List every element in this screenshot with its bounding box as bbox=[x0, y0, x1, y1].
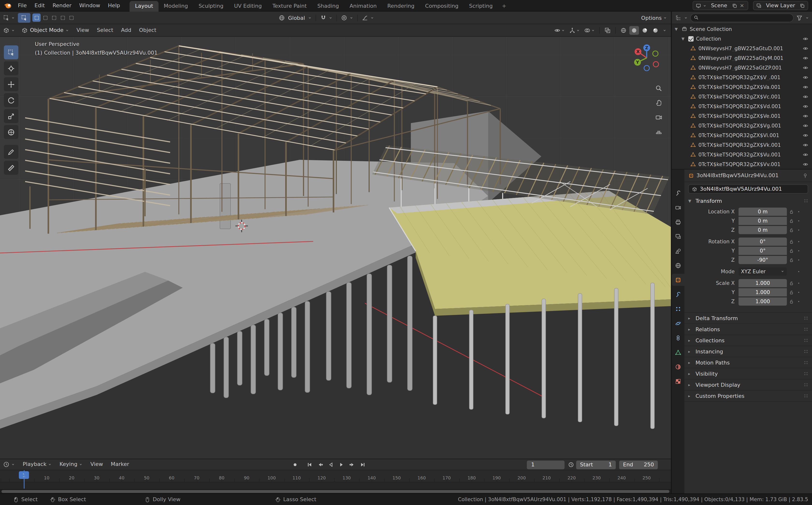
breadcrumb-object-name[interactable]: 3oN4l8xtfBqwV5AUrz94Vu.001 bbox=[696, 172, 779, 179]
falloff-curve-icon[interactable] bbox=[361, 14, 368, 21]
menu-window[interactable]: Window bbox=[76, 0, 104, 11]
properties-tab-object-data[interactable] bbox=[672, 346, 684, 358]
next-keyframe-button[interactable] bbox=[347, 460, 357, 469]
outliner-item[interactable]: 0NWseyvsH7_gBW225aGtuD.001 bbox=[672, 43, 812, 53]
workspace-tab-scripting[interactable]: Scripting bbox=[464, 1, 498, 11]
hide-eye-icon[interactable] bbox=[802, 113, 809, 119]
lock-icon[interactable] bbox=[787, 280, 796, 286]
hide-eye-icon[interactable] bbox=[802, 45, 809, 51]
workspace-tab-shading[interactable]: Shading bbox=[312, 1, 344, 11]
value-field[interactable]: 0° bbox=[738, 237, 787, 245]
hand-icon[interactable] bbox=[654, 98, 664, 108]
properties-tab-render[interactable] bbox=[672, 201, 684, 213]
value-field[interactable]: 1.000 bbox=[738, 279, 787, 287]
3d-scene-canvas[interactable] bbox=[0, 37, 671, 459]
value-field[interactable]: 0 m bbox=[738, 226, 787, 234]
play-reverse-button[interactable] bbox=[326, 460, 335, 469]
new-view-layer-icon[interactable] bbox=[799, 3, 805, 8]
properties-tab-physics[interactable] bbox=[672, 317, 684, 329]
current-frame-field[interactable]: 1 bbox=[527, 460, 565, 469]
transform-orientation[interactable]: Global bbox=[287, 15, 306, 21]
value-field[interactable]: 1.000 bbox=[738, 288, 787, 296]
outliner-editor-icon[interactable] bbox=[675, 14, 682, 21]
outliner-item[interactable]: 0TcTX$keT5QPQR32gZX$Vc.001 bbox=[672, 92, 812, 102]
tool-scale-button[interactable] bbox=[4, 109, 18, 123]
properties-tab-output[interactable] bbox=[672, 216, 684, 228]
hide-eye-icon[interactable] bbox=[802, 74, 809, 80]
select-mode-set-button[interactable] bbox=[32, 13, 40, 22]
workspace-tab-compositing[interactable]: Compositing bbox=[420, 1, 464, 11]
animate-dot[interactable] bbox=[796, 270, 801, 273]
value-field[interactable]: -90° bbox=[738, 256, 787, 264]
section-viewport-display[interactable]: ▸Viewport Display bbox=[684, 379, 812, 390]
lock-icon[interactable] bbox=[787, 257, 796, 263]
select-mode-extend-button[interactable] bbox=[41, 13, 49, 22]
select-mode-subtract-button[interactable] bbox=[50, 13, 58, 22]
shading-material-button[interactable] bbox=[640, 26, 650, 34]
workspace-tab-rendering[interactable]: Rendering bbox=[382, 1, 420, 11]
outliner-item[interactable]: 0TcTX$keT5QPQR32gZX$Va.001 bbox=[672, 82, 812, 92]
section-instancing[interactable]: ▸Instancing bbox=[684, 346, 812, 357]
menu-help[interactable]: Help bbox=[104, 0, 124, 11]
mode-select[interactable]: XYZ Euler bbox=[738, 267, 787, 276]
frame-start-field[interactable]: Start 1 bbox=[576, 460, 616, 469]
tool-transform-button[interactable] bbox=[4, 125, 18, 139]
camera-icon[interactable] bbox=[654, 112, 664, 122]
properties-tab-tool[interactable] bbox=[672, 187, 684, 199]
section-collections[interactable]: ▸Collections bbox=[684, 335, 812, 346]
properties-tab-texture[interactable] bbox=[672, 375, 684, 387]
section-motion-paths[interactable]: ▸Motion Paths bbox=[684, 357, 812, 368]
snap-magnet-icon[interactable] bbox=[320, 14, 327, 21]
lock-icon[interactable] bbox=[787, 227, 796, 232]
scrollbar-thumb[interactable] bbox=[1, 490, 669, 493]
select-mode-intersect-button[interactable] bbox=[67, 13, 76, 22]
pin-icon[interactable] bbox=[802, 173, 808, 178]
value-field[interactable]: 1.000 bbox=[738, 297, 787, 305]
select-mode-invert-button[interactable] bbox=[59, 13, 67, 22]
timeline-menu-keying[interactable]: Keying bbox=[55, 459, 87, 470]
tool-rotate-button[interactable] bbox=[4, 93, 18, 107]
properties-tab-view-layer[interactable] bbox=[672, 230, 684, 242]
lock-icon[interactable] bbox=[787, 290, 796, 295]
timeline-menu-view[interactable]: View bbox=[87, 459, 107, 470]
collection-checkbox[interactable] bbox=[688, 36, 694, 41]
properties-tab-object[interactable] bbox=[672, 274, 684, 286]
menu-edit[interactable]: Edit bbox=[31, 0, 49, 11]
outliner-item[interactable]: 0TcTX$keT5QPQR32gZX$Vu.001 bbox=[672, 150, 812, 159]
tool-select-box-button[interactable] bbox=[4, 45, 18, 59]
lock-icon[interactable] bbox=[787, 218, 796, 223]
lock-icon[interactable] bbox=[787, 239, 796, 244]
zoom-icon[interactable] bbox=[654, 83, 664, 93]
viewport-menu-view[interactable]: View bbox=[73, 25, 93, 36]
lock-icon[interactable] bbox=[787, 209, 796, 214]
outliner-search-input[interactable] bbox=[690, 13, 794, 22]
timeline-ruler[interactable]: 1 10203040506070809010011012013014015016… bbox=[0, 470, 671, 482]
previous-keyframe-button[interactable] bbox=[315, 460, 325, 469]
timeline-editor-type-button[interactable] bbox=[0, 461, 18, 468]
animate-dot[interactable] bbox=[796, 258, 801, 262]
value-field[interactable]: 0 m bbox=[738, 207, 787, 215]
add-workspace-button[interactable]: + bbox=[498, 1, 510, 11]
proportional-editing-icon[interactable] bbox=[341, 14, 348, 21]
section-delta-transform[interactable]: ▸Delta Transform bbox=[684, 312, 812, 323]
blender-menu-button[interactable] bbox=[0, 1, 14, 10]
viewport-menu-add[interactable]: Add bbox=[117, 25, 135, 36]
active-tool-button[interactable] bbox=[18, 13, 30, 22]
hide-eye-icon[interactable] bbox=[802, 64, 809, 71]
properties-tab-modifiers[interactable] bbox=[672, 288, 684, 300]
shading-rendered-button[interactable] bbox=[651, 26, 660, 34]
outliner-row-scene-collection[interactable]: ▼ Scene Collection bbox=[672, 24, 812, 34]
animate-dot[interactable] bbox=[796, 228, 801, 231]
frame-end-field[interactable]: End 250 bbox=[619, 460, 658, 469]
animate-dot[interactable] bbox=[796, 281, 801, 285]
hide-eye-icon[interactable] bbox=[802, 84, 809, 90]
editor-type-button[interactable] bbox=[0, 27, 18, 33]
animate-dot[interactable] bbox=[796, 290, 801, 294]
outliner-row-collection[interactable]: ▼ Collection bbox=[672, 34, 812, 43]
animate-dot[interactable] bbox=[796, 249, 801, 252]
outliner-item[interactable]: 0TcTX$keT5QPQR32gZX$Vg.001 bbox=[672, 121, 812, 130]
tool-annotate-button[interactable] bbox=[4, 145, 18, 159]
gizmos-dropdown[interactable] bbox=[567, 26, 581, 34]
shading-dropdown[interactable] bbox=[661, 27, 668, 33]
navigation-gizmo[interactable]: Z X Y bbox=[631, 42, 662, 73]
